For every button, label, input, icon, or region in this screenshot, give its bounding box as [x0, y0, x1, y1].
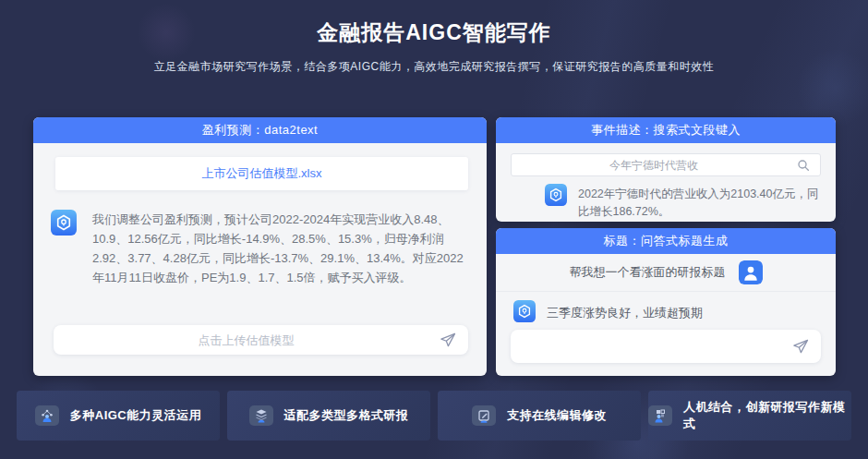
upload-model-input[interactable] — [54, 333, 439, 347]
ai-message-text: 2022年宁德时代的营业收入为2103.40亿元，同比增长186.72%。 — [578, 184, 823, 221]
ai-message-row: 三季度涨势良好，业绩超预期 — [496, 292, 836, 326]
upload-input-box[interactable] — [54, 325, 468, 355]
feature-label: 人机结合，创新研报写作新模式 — [683, 399, 851, 432]
feature-label: 适配多类型多格式研报 — [284, 407, 409, 424]
user-avatar-icon — [739, 260, 763, 284]
profit-forecast-panel: 盈利预测：data2text 上市公司估值模型.xlsx — [33, 117, 487, 376]
ai-bot-avatar-icon — [51, 210, 77, 287]
user-message-row: 帮我想一个看涨面的研报标题 — [496, 254, 836, 292]
ai-capability-icon — [35, 405, 59, 426]
uploaded-file-card[interactable]: 上市公司估值模型.xlsx — [55, 157, 468, 190]
title-panel-header: 标题：问答式标题生成 — [496, 228, 836, 254]
online-edit-icon — [472, 405, 496, 426]
title-question-input[interactable] — [511, 340, 791, 354]
page-title: 金融报告AIGC智能写作 — [0, 18, 868, 47]
event-search-box[interactable] — [511, 153, 821, 176]
title-panel-body: 帮我想一个看涨面的研报标题 — [496, 254, 836, 376]
feature-label: 支持在线编辑修改 — [507, 407, 607, 424]
send-icon[interactable] — [791, 337, 810, 356]
feature-card-online-edit: 支持在线编辑修改 — [438, 391, 641, 441]
uploaded-file-link[interactable]: 上市公司估值模型.xlsx — [202, 165, 322, 182]
profit-panel-body: 上市公司估值模型.xlsx 我们调整公司盈利预测，预计公司2022-2024年实… — [33, 143, 487, 376]
feature-label: 多种AIGC能力灵活运用 — [70, 407, 202, 424]
title-generation-panel: 标题：问答式标题生成 帮我想一个看涨面的研报标题 — [496, 228, 836, 376]
search-icon[interactable] — [796, 158, 811, 173]
ai-message-text: 三季度涨势良好，业绩超预期 — [547, 305, 703, 321]
feature-card-human-machine: 人机结合，创新研报写作新模式 — [648, 391, 851, 441]
ai-bot-avatar-icon — [513, 300, 536, 326]
profit-panel-header: 盈利预测：data2text — [33, 117, 487, 143]
ai-bot-avatar-icon — [545, 184, 567, 210]
event-panel-header: 事件描述：搜索式文段键入 — [496, 117, 836, 143]
ai-message-row: 我们调整公司盈利预测，预计公司2022-2024年实现营业收入8.48、10.9… — [51, 210, 472, 287]
hero: 金融报告AIGC智能写作 立足金融市场研究写作场景，结合多项AIGC能力，高效地… — [0, 18, 868, 75]
ai-message-text: 我们调整公司盈利预测，预计公司2022-2024年实现营业收入8.48、10.9… — [92, 210, 471, 287]
title-input-box[interactable] — [511, 330, 821, 363]
feature-card-aigc-capabilities: 多种AIGC能力灵活运用 — [17, 391, 220, 441]
page-subtitle: 立足金融市场研究写作场景，结合多项AIGC能力，高效地完成研究报告撰写，保证研究… — [0, 59, 868, 75]
event-description-panel: 事件描述：搜索式文段键入 — [496, 117, 836, 222]
page: 金融报告AIGC智能写作 立足金融市场研究写作场景，结合多项AIGC能力，高效地… — [0, 0, 868, 459]
event-search-input[interactable] — [512, 159, 796, 172]
send-icon[interactable] — [439, 331, 457, 349]
ai-message-row: 2022年宁德时代的营业收入为2103.40亿元，同比增长186.72%。 — [545, 184, 823, 221]
feature-card-multi-format: 适配多类型多格式研报 — [227, 391, 430, 441]
multi-format-layers-icon — [249, 405, 273, 426]
user-message-text: 帮我想一个看涨面的研报标题 — [570, 264, 726, 281]
event-panel-body: 2022年宁德时代的营业收入为2103.40亿元，同比增长186.72%。 — [496, 143, 836, 222]
feature-cards-row: 多种AIGC能力灵活运用 适配多类型多格式研报 支持在 — [17, 391, 851, 441]
human-machine-icon — [648, 405, 672, 426]
